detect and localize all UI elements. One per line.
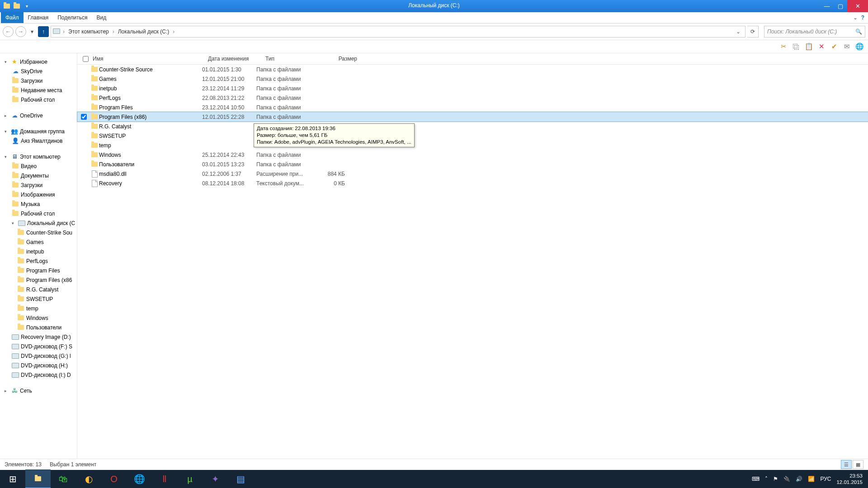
forward-button[interactable]: → — [15, 26, 26, 37]
maximize-button[interactable]: ▢ — [834, 0, 847, 12]
chevron-right-icon[interactable]: › — [172, 28, 175, 35]
start-button[interactable]: ⊞ — [0, 470, 25, 488]
nav-homegroup[interactable]: ▾ 👥 Домашняя группа — [2, 127, 77, 136]
collapse-icon[interactable]: ▾ — [5, 60, 9, 64]
ribbon-expand-icon[interactable]: ⌄ — [853, 14, 858, 21]
globe-icon[interactable]: 🌐 — [854, 42, 864, 52]
nav-fav-skydrive[interactable]: ☁SkyDrive — [2, 66, 77, 76]
taskbar-app-1[interactable]: ◐ — [76, 470, 101, 488]
rename-icon[interactable]: ✔ — [829, 42, 839, 52]
tab-home[interactable]: Главная — [24, 12, 53, 23]
tray-language[interactable]: РУС — [820, 476, 831, 482]
nav-folder-item[interactable]: Windows — [2, 313, 77, 323]
file-row[interactable]: inetpub23.12.2014 11:29Папка с файлами — [77, 84, 868, 93]
chevron-right-icon[interactable]: › — [62, 28, 66, 35]
delete-icon[interactable]: ✕ — [816, 42, 826, 52]
tray-flag-icon[interactable]: ⚑ — [773, 476, 778, 482]
taskbar-app-4[interactable]: ▤ — [228, 470, 253, 488]
refresh-button[interactable]: ⟳ — [747, 26, 759, 38]
file-row[interactable]: R.G. Catalyst — [77, 122, 868, 131]
nav-documents[interactable]: Документы — [2, 171, 77, 180]
file-row[interactable]: Windows25.12.2014 22:43Папка с файлами — [77, 150, 868, 160]
nav-network[interactable]: ▸ 🖧 Сеть — [2, 386, 77, 395]
nav-drive-item[interactable]: DVD-дисковод (I:) D — [2, 370, 77, 380]
tray-chevron-up-icon[interactable]: ˄ — [765, 476, 768, 482]
taskbar-app-2[interactable]: Ⅱ — [152, 470, 177, 488]
column-date[interactable]: Дата изменения — [205, 56, 263, 62]
file-row[interactable]: msdia80.dll02.12.2006 1:37Расширение при… — [77, 169, 868, 178]
nav-drive-item[interactable]: DVD-дисковод (F:) S — [2, 342, 77, 351]
nav-favorites[interactable]: ▾ ★ Избранное — [2, 57, 77, 66]
row-checkbox[interactable] — [81, 114, 87, 120]
nav-music[interactable]: Музыка — [2, 199, 77, 209]
paste-icon[interactable]: 📋 — [804, 42, 814, 52]
expand-icon[interactable]: ▸ — [5, 389, 9, 393]
taskbar-app-3[interactable]: ✦ — [203, 470, 228, 488]
nav-fav-desktop[interactable]: Рабочий стол — [2, 95, 77, 104]
nav-fav-downloads[interactable]: Загрузки — [2, 76, 77, 85]
taskbar-chrome[interactable]: 🌐 — [127, 470, 152, 488]
expand-icon[interactable]: ▸ — [5, 113, 9, 118]
collapse-icon[interactable]: ▾ — [5, 155, 9, 159]
crumb-drive[interactable]: Локальный диск (C:) — [117, 28, 170, 35]
nav-drive-item[interactable]: DVD-дисковод (G:) l — [2, 351, 77, 361]
column-name[interactable]: Имя — [90, 56, 205, 62]
collapse-icon[interactable]: ▾ — [12, 221, 16, 225]
tray-keyboard-icon[interactable]: ⌨ — [752, 476, 760, 482]
nav-drive-item[interactable]: DVD-дисковод (H:) — [2, 361, 77, 370]
recent-locations-button[interactable]: ▾ — [28, 28, 36, 36]
select-all-checkbox[interactable] — [83, 56, 89, 62]
column-size[interactable]: Размер — [321, 56, 360, 62]
nav-drive-item[interactable]: Recovery Image (D:) — [2, 332, 77, 342]
nav-folder-item[interactable]: Program Files (x86 — [2, 275, 77, 285]
nav-folder-item[interactable]: temp — [2, 304, 77, 313]
crumb-computer[interactable]: Этот компьютер — [67, 28, 110, 35]
qat-dropdown-icon[interactable]: ▾ — [23, 2, 31, 10]
file-row[interactable]: Recovery08.12.2014 18:08Текстовый докум.… — [77, 178, 868, 188]
search-input[interactable]: Поиск: Локальный диск (C:) 🔍 — [764, 26, 865, 38]
nav-folder-item[interactable]: Games — [2, 237, 77, 247]
tray-network-icon[interactable]: 📶 — [808, 476, 815, 482]
nav-folder-item[interactable]: inetpub — [2, 247, 77, 256]
file-row[interactable]: Program Files23.12.2014 10:50Папка с фай… — [77, 103, 868, 112]
nav-computer[interactable]: ▾ 🖥 Этот компьютер — [2, 152, 77, 161]
nav-downloads[interactable]: Загрузки — [2, 180, 77, 190]
cut-icon[interactable]: ✂ — [778, 42, 788, 52]
nav-onedrive[interactable]: ▸ ☁ OneDrive — [2, 111, 77, 120]
tab-share[interactable]: Поделиться — [53, 12, 92, 23]
tray-clock[interactable]: 23:53 12.01.2015 — [836, 473, 863, 485]
column-type[interactable]: Тип — [263, 56, 321, 62]
file-row[interactable]: Пользователи03.01.2015 13:23Папка с файл… — [77, 160, 868, 169]
view-details-button[interactable]: ☰ — [841, 460, 852, 469]
taskbar-store[interactable]: 🛍 — [51, 470, 76, 488]
tray-power-icon[interactable]: 🔌 — [783, 476, 790, 482]
nav-folder-item[interactable]: Counter-Strike Sou — [2, 228, 77, 237]
nav-folder-item[interactable]: PerfLogs — [2, 256, 77, 266]
nav-folder-item[interactable]: Пользователи — [2, 323, 77, 332]
chevron-right-icon[interactable]: › — [112, 28, 115, 35]
nav-folder-item[interactable]: R.G. Catalyst — [2, 285, 77, 294]
copy-icon[interactable]: ⿻ — [791, 42, 801, 52]
help-icon[interactable]: ? — [861, 14, 864, 21]
minimize-button[interactable]: — — [820, 0, 834, 12]
nav-fav-recent[interactable]: Недавние места — [2, 85, 77, 95]
tab-view[interactable]: Вид — [92, 12, 111, 23]
file-row[interactable]: Program Files (x86)12.01.2015 22:28Папка… — [77, 112, 868, 122]
back-button[interactable]: ← — [3, 26, 14, 37]
nav-local-disk[interactable]: ▾Локальный диск (C — [2, 218, 77, 228]
nav-homegroup-user[interactable]: 👤Аяз Ямалтдинов — [2, 136, 77, 145]
taskbar-explorer[interactable] — [25, 469, 51, 488]
tray-volume-icon[interactable]: 🔊 — [796, 476, 802, 482]
file-row[interactable]: PerfLogs22.08.2013 21:22Папка с файлами — [77, 93, 868, 103]
collapse-icon[interactable]: ▾ — [5, 129, 9, 134]
taskbar-opera[interactable]: O — [101, 470, 127, 488]
nav-desktop[interactable]: Рабочий стол — [2, 209, 77, 218]
nav-pictures[interactable]: Изображения — [2, 190, 77, 199]
qat-folder-icon[interactable] — [13, 2, 21, 10]
file-row[interactable]: Games12.01.2015 21:00Папка с файлами — [77, 74, 868, 84]
file-row[interactable]: temp — [77, 141, 868, 150]
close-button[interactable]: ✕ — [847, 0, 868, 12]
up-button[interactable]: ↑ — [38, 26, 49, 37]
file-row[interactable]: Counter-Strike Source01.01.2015 1:30Папк… — [77, 65, 868, 74]
taskbar-utorrent[interactable]: µ — [177, 470, 203, 488]
